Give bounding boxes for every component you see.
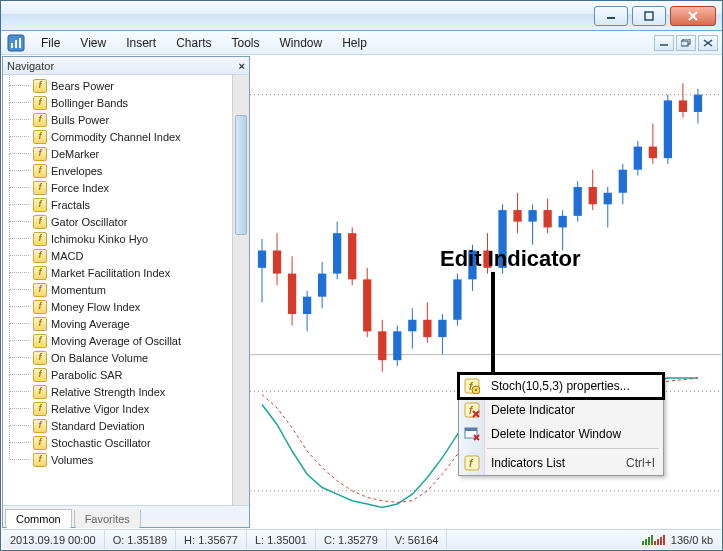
annotation-label: Edit Indicator (440, 246, 581, 272)
indicator-item[interactable]: fRelative Strength Index (9, 383, 232, 400)
status-volume: V: 56164 (387, 530, 448, 549)
context-menu-item[interactable]: fStoch(10,5,3) properties... (459, 374, 663, 398)
svg-rect-69 (649, 147, 657, 159)
status-close: C: 1.35279 (316, 530, 387, 549)
menubar: FileViewInsertChartsToolsWindowHelp (1, 31, 722, 55)
statusbar: 2013.09.19 00:00 O: 1.35189 H: 1.35677 L… (2, 529, 721, 549)
indicator-label: Relative Vigor Index (51, 403, 149, 415)
context-menu-item[interactable]: fDelete Indicator (459, 398, 663, 422)
svg-rect-41 (438, 320, 446, 337)
svg-rect-21 (288, 274, 296, 314)
menu-tools[interactable]: Tools (222, 33, 270, 53)
navigator-header[interactable]: Navigator × (3, 57, 249, 75)
indicator-item[interactable]: fParabolic SAR (9, 366, 232, 383)
svg-rect-33 (378, 331, 386, 360)
indicator-item[interactable]: fCommodity Channel Index (9, 128, 232, 145)
indicator-item[interactable]: fBears Power (9, 77, 232, 94)
function-icon: f (33, 79, 47, 93)
connection-bars-icon (642, 535, 665, 545)
indicators-list-icon: f (464, 455, 480, 471)
indicator-label: Stochastic Oscillator (51, 437, 151, 449)
svg-rect-23 (303, 297, 311, 314)
titlebar[interactable] (1, 1, 722, 31)
context-menu-item[interactable]: fIndicators ListCtrl+I (459, 451, 663, 475)
indicator-item[interactable]: fStandard Deviation (9, 417, 232, 434)
indicator-item[interactable]: fBulls Power (9, 111, 232, 128)
function-icon: f (33, 368, 47, 382)
navigator-panel: Navigator × fBears PowerfBollinger Bands… (2, 56, 250, 528)
indicator-item[interactable]: fGator Oscillator (9, 213, 232, 230)
menu-help[interactable]: Help (332, 33, 377, 53)
indicator-item[interactable]: fBollinger Bands (9, 94, 232, 111)
indicator-label: Relative Strength Index (51, 386, 165, 398)
window-minimize-button[interactable] (594, 6, 628, 26)
function-icon: f (33, 130, 47, 144)
context-menu-label: Stoch(10,5,3) properties... (491, 379, 630, 393)
indicator-label: Money Flow Index (51, 301, 140, 313)
function-icon: f (33, 436, 47, 450)
window-close-button[interactable] (670, 6, 716, 26)
status-open: O: 1.35189 (105, 530, 176, 549)
indicator-item[interactable]: fMoving Average of Oscillat (9, 332, 232, 349)
menu-insert[interactable]: Insert (116, 33, 166, 53)
indicator-label: Envelopes (51, 165, 102, 177)
context-menu-item[interactable]: Delete Indicator Window (459, 422, 663, 446)
indicator-item[interactable]: fFractals (9, 196, 232, 213)
indicator-item[interactable]: fIchimoku Kinko Hyo (9, 230, 232, 247)
tab-common[interactable]: Common (5, 509, 72, 528)
indicator-props-icon: f (464, 378, 480, 394)
function-icon: f (33, 283, 47, 297)
context-menu-shortcut: Ctrl+I (626, 456, 655, 470)
function-icon: f (33, 419, 47, 433)
navigator-tree[interactable]: fBears PowerfBollinger BandsfBulls Power… (3, 75, 232, 505)
menu-charts[interactable]: Charts (166, 33, 221, 53)
indicator-item[interactable]: fMoving Average (9, 315, 232, 332)
menu-window[interactable]: Window (270, 33, 333, 53)
indicator-item[interactable]: fMarket Facilitation Index (9, 264, 232, 281)
indicator-label: On Balance Volume (51, 352, 148, 364)
indicator-item[interactable]: fVolumes (9, 451, 232, 468)
function-icon: f (33, 164, 47, 178)
indicator-item[interactable]: fDeMarker (9, 145, 232, 162)
tab-favorites[interactable]: Favorites (74, 510, 141, 528)
indicator-item[interactable]: fEnvelopes (9, 162, 232, 179)
window-maximize-button[interactable] (632, 6, 666, 26)
mdi-minimize-button[interactable] (654, 35, 674, 51)
function-icon: f (33, 453, 47, 467)
indicator-item[interactable]: fMACD (9, 247, 232, 264)
indicator-label: Ichimoku Kinko Hyo (51, 233, 148, 245)
indicator-item[interactable]: fForce Index (9, 179, 232, 196)
svg-rect-35 (393, 331, 401, 360)
navigator-scrollbar[interactable] (232, 75, 249, 505)
indicator-label: Moving Average of Oscillat (51, 335, 181, 347)
mdi-controls (652, 35, 722, 51)
status-low: L: 1.35001 (247, 530, 316, 549)
function-icon: f (33, 317, 47, 331)
indicator-label: Market Facilitation Index (51, 267, 170, 279)
mdi-close-button[interactable] (698, 35, 718, 51)
svg-rect-10 (681, 41, 688, 46)
function-icon: f (33, 249, 47, 263)
menu-file[interactable]: File (31, 33, 70, 53)
navigator-tabs: Common Favorites (3, 505, 249, 527)
window-delete-icon (464, 426, 480, 442)
indicator-label: Volumes (51, 454, 93, 466)
indicator-item[interactable]: fOn Balance Volume (9, 349, 232, 366)
mdi-restore-button[interactable] (676, 35, 696, 51)
function-icon: f (33, 215, 47, 229)
chart-area[interactable]: Edit Indicator fStoch(10,5,3) properties… (250, 56, 721, 528)
indicator-label: Fractals (51, 199, 90, 211)
indicator-label: Commodity Channel Index (51, 131, 181, 143)
indicator-item[interactable]: fRelative Vigor Index (9, 400, 232, 417)
scrollbar-thumb[interactable] (235, 115, 247, 235)
svg-rect-39 (423, 320, 431, 337)
status-datetime: 2013.09.19 00:00 (2, 530, 105, 549)
menu-view[interactable]: View (70, 33, 116, 53)
navigator-close-button[interactable]: × (239, 60, 245, 72)
app-window: FileViewInsertChartsToolsWindowHelp Navi… (0, 0, 723, 551)
indicator-item[interactable]: fStochastic Oscillator (9, 434, 232, 451)
indicator-item[interactable]: fMomentum (9, 281, 232, 298)
svg-rect-29 (348, 233, 356, 279)
svg-rect-87 (465, 428, 477, 431)
indicator-item[interactable]: fMoney Flow Index (9, 298, 232, 315)
